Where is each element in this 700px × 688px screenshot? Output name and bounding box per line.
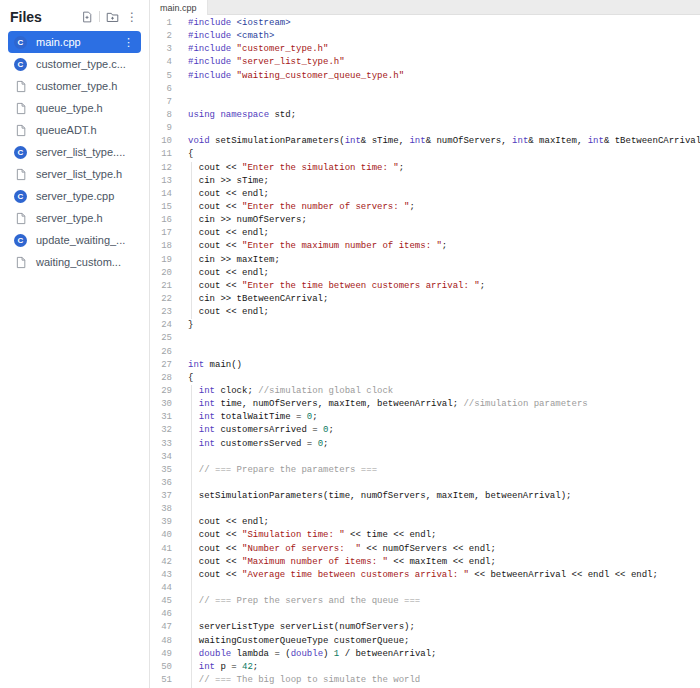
line-number: 7: [150, 96, 180, 109]
sidebar-item-update-waiting[interactable]: Cupdate_waiting_...: [0, 229, 149, 251]
code-line[interactable]: 13 cin >> sTime;: [150, 175, 700, 188]
code-line[interactable]: 9: [150, 122, 700, 135]
code-token: int: [345, 136, 361, 146]
sidebar-item-customer-type-c[interactable]: Ccustomer_type.c...: [0, 53, 149, 75]
code-text: serverListType serverList(numOfServers);: [188, 621, 415, 634]
code-line[interactable]: 42 cout << "Maximum number of items: " <…: [150, 556, 700, 569]
sidebar-item-main-cpp[interactable]: Cmain.cpp⋮: [8, 31, 141, 53]
code-line[interactable]: 1#include <iostream>: [150, 17, 700, 30]
code-token: serverListType serverList(numOfServers);: [188, 622, 415, 632]
code-token: #include: [188, 71, 237, 81]
file-item-menu-icon[interactable]: ⋮: [123, 36, 141, 49]
line-number: 35: [150, 464, 180, 477]
code-line[interactable]: 44: [150, 582, 700, 595]
new-file-icon[interactable]: [81, 11, 93, 23]
code-line[interactable]: 26: [150, 346, 700, 359]
new-folder-icon[interactable]: [106, 11, 119, 23]
code-line[interactable]: 37 setSimulationParameters(time, numOfSe…: [150, 490, 700, 503]
line-number: 29: [150, 385, 180, 398]
code-line[interactable]: 3#include "customer_type.h": [150, 43, 700, 56]
code-line[interactable]: 20 cout << endl;: [150, 267, 700, 280]
code-line[interactable]: 15 cout << "Enter the number of servers:…: [150, 201, 700, 214]
sidebar-item-waiting-custom[interactable]: waiting_custom...: [0, 251, 149, 273]
code-line[interactable]: 2#include <cmath>: [150, 30, 700, 43]
code-line[interactable]: 35 // === Prepare the parameters ===: [150, 464, 700, 477]
code-line[interactable]: 24}: [150, 319, 700, 332]
code-token: cout << endl;: [188, 268, 269, 278]
sidebar-item-server-type-cpp[interactable]: Cserver_type.cpp: [0, 185, 149, 207]
code-line[interactable]: 29 int clock; //simulation global clock: [150, 385, 700, 398]
code-line[interactable]: 47 serverListType serverList(numOfServer…: [150, 621, 700, 634]
code-line[interactable]: 34: [150, 451, 700, 464]
code-line[interactable]: 33 int customersServed = 0;: [150, 438, 700, 451]
code-token: void: [188, 136, 210, 146]
line-number: 45: [150, 595, 180, 608]
code-token: cout << endl;: [188, 307, 269, 317]
sidebar-item-server-type-h[interactable]: server_type.h: [0, 207, 149, 229]
code-line[interactable]: 14 cout << endl;: [150, 188, 700, 201]
line-number: 10: [150, 135, 180, 148]
line-number: 16: [150, 214, 180, 227]
line-number: 13: [150, 175, 180, 188]
code-line[interactable]: 27int main(): [150, 359, 700, 372]
code-line[interactable]: 36: [150, 477, 700, 490]
code-line[interactable]: 25: [150, 332, 700, 345]
line-number: 19: [150, 254, 180, 267]
code-line[interactable]: 31 int totalWaitTime = 0;: [150, 411, 700, 424]
code-text: #include "waiting_customer_queue_type.h": [188, 70, 404, 83]
code-line[interactable]: 38: [150, 503, 700, 516]
tab-main-cpp[interactable]: main.cpp: [150, 0, 208, 15]
code-line[interactable]: 43 cout << "Average time between custome…: [150, 569, 700, 582]
code-line[interactable]: 19 cin >> maxItem;: [150, 254, 700, 267]
code-line[interactable]: 16 cin >> numOfServers;: [150, 214, 700, 227]
code-line[interactable]: 50 int p = 42;: [150, 661, 700, 674]
line-number: 40: [150, 529, 180, 542]
sidebar-item-customer-type-h[interactable]: customer_type.h: [0, 75, 149, 97]
code-line[interactable]: 6: [150, 83, 700, 96]
code-token: [188, 439, 199, 449]
code-token: "Simulation time: ": [242, 530, 345, 540]
code-text: cout << "Average time between customers …: [188, 569, 658, 582]
code-token: using: [188, 110, 215, 120]
file-icon: [14, 102, 27, 115]
code-token: time, numOfServers, maxItem, betweenArri…: [215, 399, 463, 409]
code-token: & tBetweenCArrival): [604, 136, 700, 146]
code-line[interactable]: 5#include "waiting_customer_queue_type.h…: [150, 70, 700, 83]
line-number: 50: [150, 661, 180, 674]
code-line[interactable]: 17 cout << endl;: [150, 227, 700, 240]
code-line[interactable]: 30 int time, numOfServers, maxItem, betw…: [150, 398, 700, 411]
code-line[interactable]: 48 waitingCustomerQueueType customerQueu…: [150, 635, 700, 648]
code-line[interactable]: 10void setSimulationParameters(int& sTim…: [150, 135, 700, 148]
file-name: queueADT.h: [36, 124, 97, 136]
sidebar-menu-icon[interactable]: ⋮: [125, 11, 139, 23]
code-line[interactable]: 51 // === The big loop to simulate the w…: [150, 674, 700, 687]
code-area[interactable]: 1#include <iostream>2#include <cmath>3#i…: [150, 15, 700, 688]
line-number: 39: [150, 516, 180, 529]
code-token: ;: [442, 241, 447, 251]
sidebar-item-queueadt-h[interactable]: queueADT.h: [0, 119, 149, 141]
code-line[interactable]: 49 double lambda = (double) 1 / betweenA…: [150, 648, 700, 661]
line-number: 8: [150, 109, 180, 122]
code-line[interactable]: 23 cout << endl;: [150, 306, 700, 319]
code-text: // === Prepare the parameters ===: [188, 464, 377, 477]
code-line[interactable]: 40 cout << "Simulation time: " << time <…: [150, 529, 700, 542]
sidebar-item-server-list-type-h[interactable]: server_list_type.h: [0, 163, 149, 185]
code-line[interactable]: 21 cout << "Enter the time between custo…: [150, 280, 700, 293]
code-line[interactable]: 32 int customersArrived = 0;: [150, 424, 700, 437]
code-line[interactable]: 12 cout << "Enter the simulation time: "…: [150, 162, 700, 175]
code-line[interactable]: 28{: [150, 372, 700, 385]
code-line[interactable]: 41 cout << "Number of servers: " << numO…: [150, 543, 700, 556]
code-line[interactable]: 46: [150, 608, 700, 621]
sidebar-item-queue-type-h[interactable]: queue_type.h: [0, 97, 149, 119]
code-line[interactable]: 8using namespace std;: [150, 109, 700, 122]
code-line[interactable]: 4#include "server_list_type.h": [150, 56, 700, 69]
sidebar-item-server-list-type[interactable]: Cserver_list_type....: [0, 141, 149, 163]
line-number: 25: [150, 332, 180, 345]
code-line[interactable]: 22 cin >> tBetweenCArrival;: [150, 293, 700, 306]
code-line[interactable]: 7: [150, 96, 700, 109]
code-line[interactable]: 18 cout << "Enter the maximum number of …: [150, 240, 700, 253]
code-line[interactable]: 45 // === Prep the servers and the queue…: [150, 595, 700, 608]
code-line[interactable]: 39 cout << endl;: [150, 516, 700, 529]
code-text: #include "customer_type.h": [188, 43, 328, 56]
code-line[interactable]: 11{: [150, 148, 700, 161]
